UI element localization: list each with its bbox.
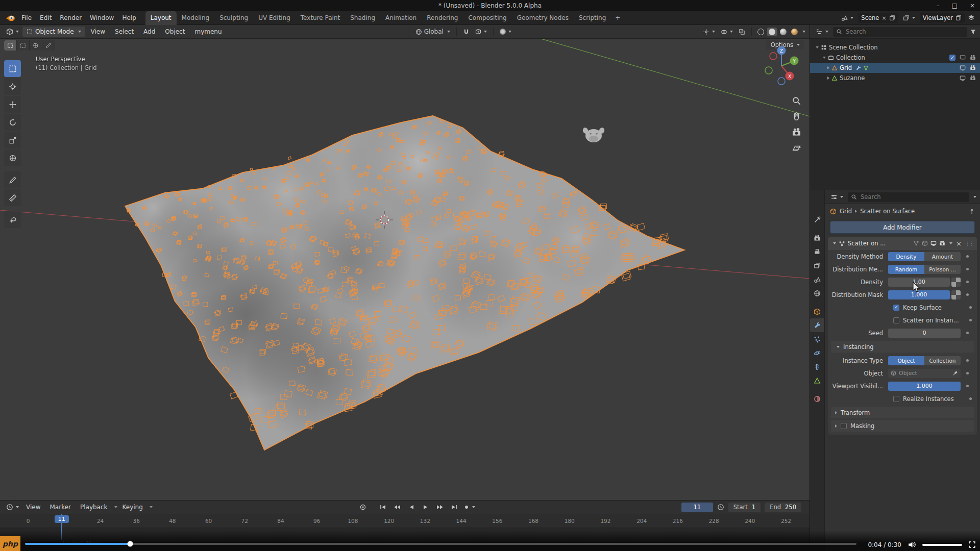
shading-dropdown[interactable]	[802, 31, 805, 33]
tab-compositing[interactable]: Compositing	[463, 11, 511, 25]
camera-view-icon[interactable]	[792, 128, 801, 137]
edit-nodes-icon[interactable]	[913, 240, 919, 246]
end-frame-field[interactable]: End 250	[765, 503, 801, 512]
shading-wireframe-button[interactable]	[756, 28, 766, 36]
tab-uv-editing[interactable]: UV Editing	[253, 11, 296, 25]
menu-object[interactable]: Object	[161, 25, 189, 39]
tab-tool[interactable]	[810, 213, 824, 227]
seek-bar[interactable]	[25, 543, 856, 545]
play-button[interactable]	[419, 503, 432, 512]
tab-material[interactable]	[810, 392, 824, 406]
scatter-on-instances-checkbox[interactable]	[893, 317, 899, 323]
density-value-field[interactable]: 1.00	[888, 278, 950, 287]
tab-particles[interactable]	[810, 332, 824, 346]
animate-dot[interactable]	[961, 293, 974, 296]
tab-shading[interactable]: Shading	[345, 11, 380, 25]
masking-section-header[interactable]: Masking	[831, 420, 974, 432]
annotate-tool[interactable]	[4, 171, 21, 188]
ortho-grid-icon[interactable]	[792, 143, 801, 153]
tab-view-layer[interactable]	[810, 259, 824, 272]
jump-to-start-button[interactable]	[376, 503, 389, 512]
scene-browse-button[interactable]	[840, 15, 855, 21]
animate-dot[interactable]	[961, 359, 974, 362]
density-texture-icon[interactable]	[951, 278, 961, 287]
outliner-row-scene-collection[interactable]: Scene Collection	[810, 42, 980, 53]
jump-to-end-button[interactable]	[448, 503, 460, 512]
menu-view[interactable]: View	[87, 25, 109, 39]
scene-unlink-icon[interactable]: ×	[881, 15, 886, 21]
disclosure-icon[interactable]	[827, 66, 829, 69]
animate-dot[interactable]	[961, 372, 974, 374]
animate-dot[interactable]	[961, 385, 974, 387]
use-preview-range-icon[interactable]	[717, 504, 724, 511]
measure-tool[interactable]	[4, 189, 21, 206]
drag-handle-icon[interactable]: ⋮⋮	[965, 241, 973, 246]
mode-dropdown[interactable]: Object Mode	[22, 27, 85, 37]
mask-texture-icon[interactable]	[951, 290, 961, 299]
outliner-row-suzanne[interactable]: Suzanne	[810, 73, 980, 83]
animate-dot[interactable]	[964, 397, 977, 400]
start-frame-field[interactable]: Start 1	[728, 503, 761, 512]
select-box-tool[interactable]	[4, 60, 21, 77]
tab-sculpting[interactable]: Sculpting	[214, 11, 253, 25]
properties-search-input[interactable]	[860, 193, 966, 201]
add-workspace-button[interactable]: +	[611, 11, 624, 25]
hide-viewport-icon[interactable]	[960, 75, 966, 81]
tab-animation[interactable]: Animation	[380, 11, 422, 25]
animate-dot[interactable]	[961, 332, 974, 334]
volume-slider[interactable]	[922, 544, 962, 546]
seed-value-field[interactable]: 0	[888, 329, 961, 338]
viewport-3d[interactable]: Options User Perspective (11) Collection…	[0, 39, 810, 500]
keep-surface-checkbox[interactable]	[893, 305, 899, 311]
density-method-amount-button[interactable]: Amount	[924, 252, 961, 261]
select-mode-box[interactable]	[17, 40, 30, 51]
disclosure-icon[interactable]	[827, 77, 829, 80]
hide-viewport-icon[interactable]	[960, 55, 966, 61]
extras-dropdown-icon[interactable]	[949, 242, 952, 244]
select-mode-lasso[interactable]	[42, 40, 55, 51]
density-method-density-button[interactable]: Density	[888, 252, 924, 261]
breadcrumb-object[interactable]: Grid	[840, 208, 852, 215]
xray-toggle[interactable]	[737, 27, 747, 37]
outliner-search-input[interactable]	[845, 28, 964, 36]
timeline-menu-keying[interactable]: Keying	[118, 500, 147, 514]
outliner-row-collection[interactable]: Collection	[810, 53, 980, 63]
object-picker-field[interactable]: Object	[888, 369, 961, 378]
properties-editor-type-button[interactable]	[828, 192, 845, 202]
distribution-poisson-button[interactable]: Poisson ...	[924, 265, 961, 274]
filter-icon[interactable]	[970, 29, 976, 35]
speaker-icon[interactable]	[908, 541, 916, 548]
menu-render[interactable]: Render	[56, 11, 86, 25]
masking-checkbox[interactable]	[841, 423, 847, 429]
distribution-mask-slider[interactable]: 1.000	[888, 290, 950, 299]
edit-mode-display-icon[interactable]	[922, 240, 928, 246]
tab-rendering[interactable]: Rendering	[422, 11, 463, 25]
scale-tool[interactable]	[4, 132, 21, 148]
add-modifier-button[interactable]: Add Modifier	[830, 221, 975, 234]
breadcrumb-modifier[interactable]: Scatter on Surface	[860, 208, 915, 215]
shading-solid-button[interactable]	[767, 28, 777, 36]
instance-type-object-button[interactable]: Object	[888, 356, 924, 365]
instancing-section-header[interactable]: Instancing	[831, 341, 974, 353]
menu-mymenu[interactable]: mymenu	[190, 25, 226, 39]
snap-settings-dropdown[interactable]	[473, 27, 489, 37]
fullscreen-icon[interactable]	[968, 541, 976, 548]
delete-modifier-icon[interactable]: ×	[955, 240, 963, 247]
menu-window[interactable]: Window	[86, 11, 118, 25]
scene-canvas[interactable]	[0, 39, 810, 500]
frame-ruler[interactable]: 0243648607284961081201321441561681801922…	[0, 514, 810, 528]
collapse-icon[interactable]	[833, 242, 836, 244]
close-button[interactable]: ×	[970, 2, 975, 9]
menu-help[interactable]: Help	[118, 11, 140, 25]
gizmos-dropdown[interactable]	[701, 27, 717, 37]
menu-select[interactable]: Select	[111, 25, 138, 39]
animate-dot[interactable]	[961, 268, 974, 270]
tab-modeling[interactable]: Modeling	[177, 11, 215, 25]
play-reverse-button[interactable]	[405, 503, 418, 512]
pan-hand-icon[interactable]	[792, 112, 801, 121]
viewlayer-selector[interactable]: ViewLayer	[920, 13, 965, 23]
navigation-gizmo[interactable]: Z Y X	[758, 43, 804, 89]
modifier-name[interactable]: Scatter on ...	[848, 240, 886, 247]
current-frame-field[interactable]: 11	[681, 503, 713, 512]
timeline-menu-marker[interactable]: Marker	[45, 500, 75, 514]
